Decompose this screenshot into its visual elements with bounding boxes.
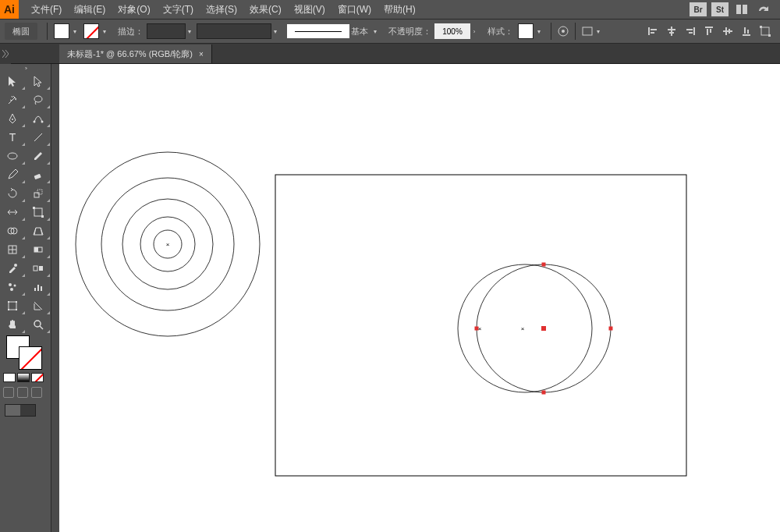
- align-group: [646, 24, 780, 38]
- variable-width-profile[interactable]: [197, 23, 271, 39]
- free-transform-tool[interactable]: [26, 203, 51, 222]
- stroke-swatch[interactable]: [83, 23, 99, 39]
- selection-tool[interactable]: [0, 72, 26, 90]
- svg-rect-34: [34, 193, 39, 197]
- align-right-icon[interactable]: [683, 24, 697, 38]
- align-left-icon[interactable]: [646, 24, 660, 38]
- fill-dropdown[interactable]: ▾: [71, 24, 79, 38]
- menu-type[interactable]: 文字(T): [157, 0, 200, 19]
- align-vcenter-icon[interactable]: [721, 24, 735, 38]
- svg-rect-13: [689, 32, 693, 34]
- menu-help[interactable]: 帮助(H): [378, 0, 422, 19]
- svg-point-28: [33, 121, 35, 123]
- draw-normal-icon[interactable]: [3, 387, 14, 398]
- svg-point-48: [14, 264, 17, 267]
- direct-selection-tool[interactable]: [26, 72, 51, 90]
- type-tool[interactable]: T: [0, 128, 26, 147]
- brush-definition[interactable]: [287, 24, 349, 38]
- color-mode-gradient[interactable]: [17, 373, 30, 382]
- scale-tool[interactable]: [26, 184, 51, 203]
- screen-mode-toggle[interactable]: [5, 404, 36, 417]
- align-top-icon[interactable]: [702, 24, 716, 38]
- stroke-dropdown[interactable]: ▾: [101, 24, 108, 38]
- curvature-tool[interactable]: [26, 109, 51, 128]
- tab-title: 未标题-1* @ 66.67% (RGB/轮廓): [67, 48, 193, 60]
- doc-setup-icon[interactable]: [580, 24, 594, 38]
- svg-rect-4: [583, 27, 592, 35]
- color-mode-solid[interactable]: [3, 373, 16, 382]
- menu-select[interactable]: 选择(S): [200, 0, 243, 19]
- fill-swatch[interactable]: [54, 23, 69, 39]
- divider: [551, 23, 551, 40]
- menu-object[interactable]: 对象(O): [112, 0, 156, 19]
- bridge-icon[interactable]: Br: [690, 2, 707, 16]
- recolor-icon[interactable]: [556, 24, 570, 38]
- svg-rect-25: [768, 34, 771, 37]
- rotate-tool[interactable]: [0, 184, 26, 203]
- svg-rect-24: [760, 26, 762, 28]
- svg-rect-9: [668, 29, 675, 30]
- gradient-tool[interactable]: [26, 240, 51, 259]
- brush-dropdown[interactable]: ▾: [371, 24, 379, 38]
- line-tool[interactable]: [26, 128, 51, 147]
- symbol-sprayer-tool[interactable]: [0, 278, 26, 296]
- svg-rect-54: [34, 288, 36, 291]
- svg-rect-73: [542, 263, 546, 267]
- tools-panel-handle[interactable]: [0, 64, 51, 72]
- align-hcenter-icon[interactable]: [665, 24, 679, 38]
- ellipse-tool[interactable]: [0, 147, 26, 165]
- svg-rect-50: [39, 266, 43, 271]
- shape-builder-tool[interactable]: [0, 222, 26, 240]
- sync-icon[interactable]: [755, 2, 772, 16]
- graphic-style-swatch[interactable]: [518, 23, 534, 39]
- stroke-color[interactable]: [19, 346, 42, 370]
- paintbrush-tool[interactable]: [26, 147, 51, 165]
- align-bottom-icon[interactable]: [739, 24, 753, 38]
- blend-tool[interactable]: [26, 259, 51, 278]
- svg-rect-49: [34, 266, 37, 271]
- svg-rect-16: [710, 29, 711, 33]
- lasso-tool[interactable]: [26, 90, 51, 109]
- draw-inside-icon[interactable]: [31, 387, 42, 398]
- stroke-weight-dropdown[interactable]: ▾: [186, 24, 193, 38]
- menu-view[interactable]: 视图(V): [288, 0, 332, 19]
- variable-width-dropdown[interactable]: ▾: [271, 24, 279, 38]
- opacity-input[interactable]: 100%: [434, 23, 470, 39]
- perspective-tool[interactable]: [26, 222, 51, 240]
- tabbar-collapse-handle[interactable]: [0, 44, 11, 64]
- color-mode-none[interactable]: [31, 373, 44, 382]
- eraser-tool[interactable]: [26, 165, 51, 184]
- opacity-dropdown[interactable]: ›: [470, 24, 478, 38]
- artboard-tool[interactable]: [0, 296, 26, 315]
- canvas-area[interactable]: ×××: [59, 64, 780, 532]
- transform-icon[interactable]: [758, 24, 772, 38]
- magic-wand-tool[interactable]: [0, 90, 26, 109]
- stroke-weight-input[interactable]: [147, 23, 186, 39]
- pencil-tool[interactable]: [0, 165, 26, 184]
- pen-tool[interactable]: [0, 109, 26, 128]
- hand-tool[interactable]: [0, 315, 26, 334]
- mesh-tool[interactable]: [0, 240, 26, 259]
- menu-effect[interactable]: 效果(C): [243, 0, 288, 19]
- arrange-icon[interactable]: [733, 2, 750, 16]
- width-tool[interactable]: [0, 203, 26, 222]
- svg-rect-14: [705, 27, 713, 28]
- stock-icon[interactable]: St: [711, 2, 729, 16]
- column-graph-tool[interactable]: [26, 278, 51, 296]
- menubar-right: Br St: [690, 2, 780, 16]
- slice-tool[interactable]: [26, 296, 51, 315]
- document-tab[interactable]: 未标题-1* @ 66.67% (RGB/轮廓) ×: [59, 44, 212, 63]
- zoom-tool[interactable]: [26, 315, 51, 334]
- draw-behind-icon[interactable]: [17, 387, 28, 398]
- menu-file[interactable]: 文件(F): [25, 0, 68, 19]
- menu-edit[interactable]: 编辑(E): [68, 0, 112, 19]
- graphic-style-dropdown[interactable]: ▾: [535, 24, 543, 38]
- doc-setup-dropdown[interactable]: ▾: [594, 24, 602, 38]
- opacity-label: 不透明度：: [388, 26, 431, 37]
- tab-close-icon[interactable]: ×: [199, 50, 204, 59]
- svg-rect-38: [41, 215, 44, 218]
- menu-window[interactable]: 窗口(W): [332, 0, 378, 19]
- color-picker[interactable]: [0, 334, 51, 371]
- svg-rect-8: [671, 27, 672, 36]
- eyedropper-tool[interactable]: [0, 259, 26, 278]
